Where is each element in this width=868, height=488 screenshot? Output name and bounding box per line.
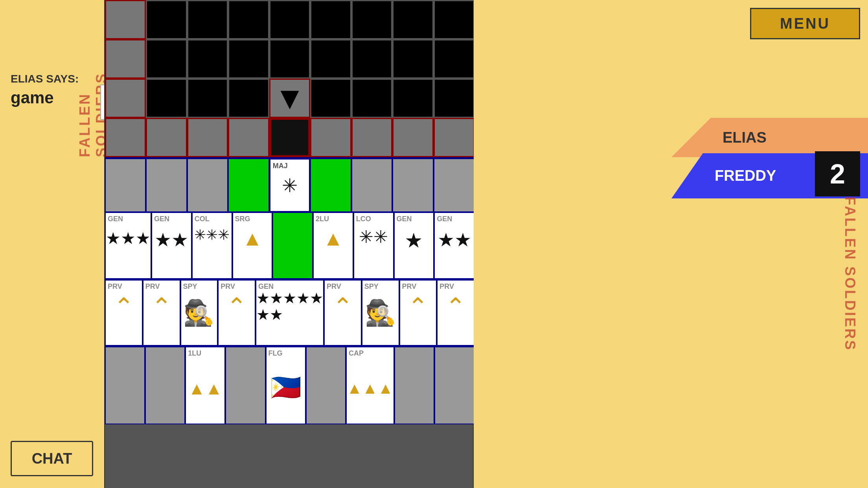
neutral-cell [146, 158, 187, 212]
fallen-soldiers-right-label: FALLEN SOLDIERS [831, 196, 858, 393]
enemy-cell [434, 39, 474, 79]
player-cell[interactable]: GEN ★★★ [105, 212, 151, 279]
landing-cell [146, 118, 187, 157]
landing-cell [351, 118, 392, 157]
enemy-cell [392, 79, 433, 118]
landing-cell [310, 118, 351, 157]
bottom-row: 1LU ▲▲ FLG 🇵🇭 CAP ▲▲▲ [105, 346, 474, 424]
elias-says-label: ELIAS SAYS: [11, 73, 79, 85]
neutral-cell [351, 158, 392, 212]
player-cell-gen5[interactable]: GEN ★★★★★★★ [256, 280, 324, 346]
bottom-cell [306, 347, 346, 424]
score-value: 2 [830, 158, 845, 190]
enemy-cell [434, 0, 474, 39]
enemy-cell [310, 79, 351, 118]
enemy-cell [269, 39, 310, 79]
enemy-cell [146, 0, 187, 39]
landing-cell [105, 118, 146, 157]
player-cell-flag[interactable]: FLG 🇵🇭 [266, 347, 306, 424]
left-panel: FALLEN SOLDIERS ELIAS SAYS: game CHAT [0, 0, 104, 488]
landing-cell [187, 118, 228, 157]
down-arrow-icon: ▼ [274, 80, 305, 116]
elias-label: ELIAS [723, 129, 767, 146]
game-board: ▼ MAJ ✳ [104, 0, 474, 488]
player-cell[interactable]: PRV ⌃ [399, 280, 437, 346]
landing-cell [434, 118, 474, 157]
neutral-cell [434, 158, 474, 212]
player-cell[interactable]: LCO ✳✳ [353, 212, 394, 279]
enemy-cell [310, 0, 351, 39]
player-cell-1lu[interactable]: 1LU ▲▲ [185, 347, 225, 424]
player-cell[interactable]: GEN ★ [394, 212, 434, 279]
player-cell[interactable]: PRV ⌃ [437, 280, 474, 346]
enemy-cell [351, 39, 392, 79]
enemy-cell [228, 79, 269, 118]
enemy-cell [187, 0, 228, 39]
green-cell[interactable] [310, 158, 351, 212]
bottom-cell [145, 347, 185, 424]
enemy-cell [187, 79, 228, 118]
bottom-cell [225, 347, 265, 424]
bottom-cell [105, 347, 145, 424]
enemy-cell [228, 0, 269, 39]
player-row-2: PRV ⌃ PRV ⌃ SPY 🕵 PRV ⌃ GEN ★★★★★★★ [105, 279, 474, 346]
enemy-cell [105, 0, 146, 39]
enemy-cell [146, 39, 187, 79]
enemy-cell [105, 39, 146, 79]
enemy-zone: ▼ [105, 0, 474, 157]
player-cell[interactable]: PRV ⌃ [105, 280, 143, 346]
neutral-cell [392, 158, 433, 212]
score-display: 2 [815, 151, 860, 196]
player-cell[interactable]: GEN ★★ [434, 212, 474, 279]
player-cell-maj[interactable]: MAJ ✳ [269, 158, 310, 212]
enemy-cell [228, 39, 269, 79]
right-panel: MENU ELIAS FREDDY 2 FALLEN SOLDIERS [474, 0, 868, 488]
player-cell-cap[interactable]: CAP ▲▲▲ [346, 347, 394, 424]
freddy-label: FREDDY [715, 167, 776, 184]
enemy-cell [146, 79, 187, 118]
player-cell[interactable]: PRV ⌃ [218, 280, 256, 346]
player-cell-spy[interactable]: SPY 🕵 [362, 280, 399, 346]
enemy-cell [351, 0, 392, 39]
player-cell[interactable]: COL ✳✳✳ [192, 212, 232, 279]
bottom-cell [394, 347, 434, 424]
chat-button[interactable]: CHAT [11, 441, 93, 476]
landing-cell [228, 118, 269, 157]
player-row-1: GEN ★★★ GEN ★★ COL ✳✳✳ SRG ▲ 2LU [105, 212, 474, 279]
player-cell[interactable]: 2LU ▲ [313, 212, 353, 279]
enemy-cell [310, 39, 351, 79]
neutral-cell [187, 158, 228, 212]
player-cell[interactable]: PRV ⌃ [143, 280, 180, 346]
landing-cell-dark[interactable] [269, 118, 310, 157]
player-cell[interactable]: SRG ▲ [232, 212, 273, 279]
green-cell[interactable] [228, 158, 269, 212]
enemy-cell [187, 39, 228, 79]
game-message: game [11, 88, 54, 107]
enemy-cell [269, 0, 310, 39]
enemy-cell [351, 79, 392, 118]
arrow-cell: ▼ [269, 79, 310, 118]
player-cell[interactable]: PRV ⌃ [324, 280, 362, 346]
enemy-cell [434, 79, 474, 118]
player-cell-green[interactable] [272, 212, 313, 279]
player-cell-spy[interactable]: SPY 🕵 [180, 280, 218, 346]
enemy-cell [392, 39, 433, 79]
menu-button[interactable]: MENU [750, 8, 860, 39]
player-cell[interactable]: GEN ★★ [151, 212, 192, 279]
neutral-row: MAJ ✳ [105, 157, 474, 212]
score-banner: ELIAS FREDDY 2 [671, 118, 868, 196]
bottom-cell [434, 347, 474, 424]
neutral-cell [105, 158, 146, 212]
landing-cell [392, 118, 433, 157]
enemy-cell [105, 79, 146, 118]
enemy-cell [392, 0, 433, 39]
